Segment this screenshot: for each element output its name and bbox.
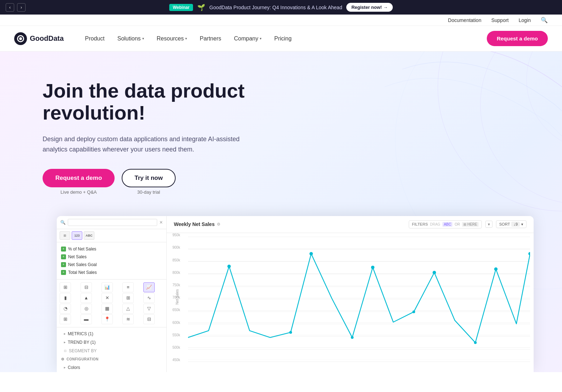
- dashboard-preview: 🔍 ✕ ⊞ 123 ABC ≡ % of Net Sales ≡ Net Sal…: [57, 216, 534, 372]
- clear-search-icon[interactable]: ✕: [159, 220, 163, 225]
- metric-label: % of Net Sales: [68, 247, 96, 252]
- metric-label: Net Sales: [68, 254, 87, 259]
- chart-title-expand-icon[interactable]: ⚙: [217, 222, 220, 227]
- chart-type-pivot[interactable]: ⊟: [81, 282, 92, 292]
- metric-label: Net Sales Goal: [68, 262, 97, 267]
- chart-type-combo[interactable]: ⊞: [122, 293, 134, 303]
- right-panel: Weekly Net Sales ⚙ FILTERS DRAG ABC OR ⊞…: [167, 216, 534, 372]
- search-icon: 🔍: [60, 220, 66, 225]
- view-tab-123[interactable]: 123: [72, 231, 82, 240]
- nav-pricing[interactable]: Pricing: [274, 35, 292, 42]
- metric-icon: ≡: [61, 247, 66, 252]
- hero-try-now-button[interactable]: Try it now: [122, 169, 175, 187]
- chart-title: Weekly Net Sales ⚙: [174, 221, 220, 227]
- metric-item[interactable]: ≡ Total Net Sales: [60, 269, 164, 276]
- chart-type-column[interactable]: ▮: [60, 293, 71, 303]
- y-tick-label: 700k: [172, 296, 180, 299]
- metric-item[interactable]: ≡ % of Net Sales: [60, 245, 164, 253]
- or-label: OR: [454, 222, 460, 226]
- y-tick-label: 550k: [172, 333, 180, 337]
- chart-type-treemap[interactable]: ▦: [101, 304, 113, 314]
- next-announcement-button[interactable]: ›: [17, 3, 26, 12]
- metrics-list: ≡ % of Net Sales ≡ Net Sales ≡ Net Sales…: [57, 242, 166, 280]
- chart-dot: [474, 341, 477, 344]
- line-chart-svg: [188, 237, 530, 360]
- chart-type-geo[interactable]: 📍: [101, 314, 113, 324]
- chart-type-scatter[interactable]: ✕: [101, 293, 113, 303]
- drag-label: DRAG: [430, 222, 440, 226]
- chart-type-heatmap[interactable]: ⊞: [60, 314, 71, 324]
- announcement-text: GoodData Product Journey: Q4 Innovations…: [209, 5, 342, 10]
- sort-chevron-icon: ▾: [521, 222, 523, 227]
- chart-dot: [432, 271, 436, 274]
- solutions-chevron-icon: ▾: [142, 37, 144, 40]
- chart-type-pie[interactable]: ◔: [60, 304, 71, 314]
- prev-announcement-button[interactable]: ‹: [6, 3, 14, 12]
- nav-resources[interactable]: Resources ▾: [157, 35, 187, 42]
- request-demo-nav-button[interactable]: Request a demo: [487, 31, 548, 46]
- hero-content: Join the data product revolution! Design…: [43, 80, 291, 195]
- hero-title: Join the data product revolution!: [43, 80, 291, 123]
- logo-icon: [14, 32, 27, 45]
- trend-by-config-row[interactable]: ▸ TREND BY (1): [57, 338, 166, 347]
- chart-header: Weekly Net Sales ⚙ FILTERS DRAG ABC OR ⊞…: [167, 216, 534, 233]
- here-badge: ⊞ HERE: [462, 222, 479, 227]
- chart-dot: [528, 252, 530, 255]
- chart-type-area[interactable]: ▲: [81, 293, 92, 303]
- filter-icon-button[interactable]: ▼: [485, 221, 492, 228]
- view-tab-grid[interactable]: ⊞: [60, 231, 70, 240]
- chart-type-funnel[interactable]: ▽: [143, 304, 155, 314]
- company-chevron-icon: ▾: [260, 37, 261, 40]
- search-input[interactable]: [68, 219, 157, 226]
- chart-type-bullet[interactable]: ▬: [81, 314, 92, 324]
- metric-label: Total Net Sales: [68, 270, 97, 275]
- y-tick-label: 950k: [172, 233, 180, 237]
- nav-links: Product Solutions ▾ Resources ▾ Partners…: [85, 35, 487, 42]
- y-tick-label: 600k: [172, 320, 180, 324]
- chart-type-line[interactable]: 📈: [143, 282, 155, 292]
- login-link[interactable]: Login: [519, 17, 531, 23]
- hero-request-demo-button[interactable]: Request a demo: [43, 169, 115, 187]
- metric-item[interactable]: ≡ Net Sales: [60, 253, 164, 261]
- metric-item[interactable]: ≡ Net Sales Goal: [60, 261, 164, 269]
- left-panel: 🔍 ✕ ⊞ 123 ABC ≡ % of Net Sales ≡ Net Sal…: [57, 216, 167, 372]
- x-axis-config-row[interactable]: ▸ X-Axis: [57, 372, 166, 372]
- filters-bar: FILTERS DRAG ABC OR ⊞ HERE: [409, 220, 482, 228]
- nav-company[interactable]: Company ▾: [234, 35, 261, 42]
- documentation-link[interactable]: Documentation: [448, 17, 481, 23]
- y-tick-label: 750k: [172, 283, 180, 287]
- y-tick-label: 500k: [172, 346, 180, 349]
- try-cta-note: 30-day trial: [137, 189, 160, 195]
- chart-type-filter[interactable]: ≡: [122, 282, 134, 292]
- nav-solutions[interactable]: Solutions ▾: [117, 35, 144, 42]
- resources-chevron-icon: ▾: [185, 37, 187, 40]
- chart-dot: [309, 252, 313, 255]
- filters-label: FILTERS: [412, 222, 428, 226]
- metrics-config-row[interactable]: ▸ METRICS (1): [57, 330, 166, 338]
- carousel-nav[interactable]: ‹ ›: [6, 3, 26, 12]
- sort-control[interactable]: SORT ↓9 ▾: [496, 220, 527, 228]
- main-nav: GoodData Product Solutions ▾ Resources ▾…: [0, 26, 562, 51]
- chart-type-dependency[interactable]: ⊟: [143, 314, 155, 324]
- chart-type-table[interactable]: ⊞: [60, 282, 71, 292]
- chart-type-bar[interactable]: 📊: [101, 282, 113, 292]
- chart-dot: [494, 267, 498, 271]
- search-bar: 🔍 ✕: [57, 216, 166, 229]
- view-tabs: ⊞ 123 ABC: [57, 229, 166, 242]
- chart-type-pyramid[interactable]: △: [122, 304, 134, 314]
- chart-area: Net Sales 950k 900k 850k 800k: [167, 233, 534, 372]
- view-tab-abc[interactable]: ABC: [84, 231, 94, 240]
- chart-type-donut[interactable]: ◎: [81, 304, 92, 314]
- chart-type-waterfall[interactable]: ∿: [143, 293, 155, 303]
- support-link[interactable]: Support: [491, 17, 509, 23]
- search-button[interactable]: 🔍: [541, 17, 548, 23]
- colors-config-row[interactable]: ▸ Colors: [57, 363, 166, 372]
- logo[interactable]: GoodData: [14, 32, 64, 45]
- chart-type-sankey[interactable]: ≋: [122, 314, 134, 324]
- nav-product[interactable]: Product: [85, 35, 105, 42]
- configuration-header: ⚙ CONFIGURATION: [57, 355, 166, 363]
- utility-nav: Documentation Support Login 🔍: [0, 15, 562, 26]
- chart-dot: [289, 331, 292, 334]
- nav-partners[interactable]: Partners: [200, 35, 221, 42]
- register-now-button[interactable]: Register now! →: [346, 3, 393, 12]
